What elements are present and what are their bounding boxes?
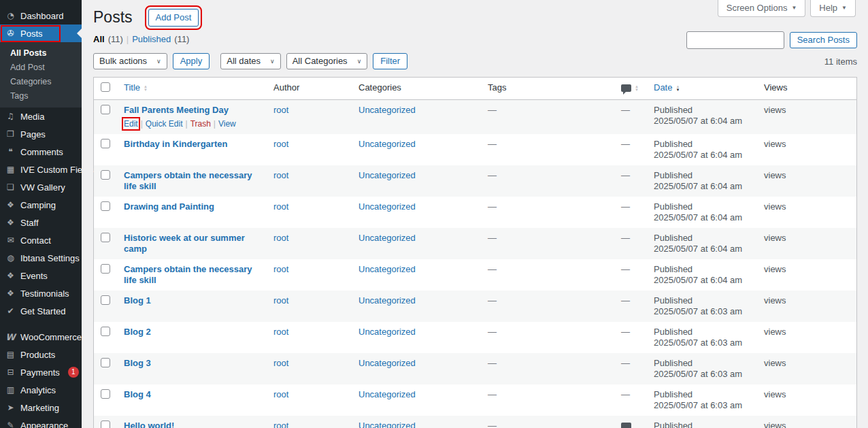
sidebar-item-contact[interactable]: ✉ Contact	[0, 231, 82, 249]
sidebar-item-camping[interactable]: ❖ Camping	[0, 196, 82, 214]
author-link[interactable]: root	[273, 264, 288, 274]
sidebar-item-analytics[interactable]: ▥ Analytics	[0, 381, 82, 399]
author-link[interactable]: root	[273, 358, 288, 368]
post-title-link[interactable]: Campers obtain the necessary life skill	[124, 170, 252, 191]
row-checkbox[interactable]	[101, 327, 110, 336]
category-link[interactable]: Uncategorized	[358, 295, 416, 306]
category-link[interactable]: Uncategorized	[358, 233, 416, 243]
edit-link[interactable]: Edit	[124, 119, 138, 129]
table-row: Blog 4 root Uncategorized — — Published2…	[94, 384, 857, 416]
category-link[interactable]: Uncategorized	[358, 201, 416, 212]
sort-by-title-link[interactable]: Title	[124, 82, 140, 93]
all-dates-select[interactable]: All dates ∨	[220, 53, 280, 69]
sidebar-item-appearance[interactable]: ✎ Appearance	[0, 416, 82, 428]
sidebar-item-add-post[interactable]: Add Post	[0, 61, 82, 75]
select-all-checkbox[interactable]	[101, 82, 110, 92]
search-posts-button[interactable]: Search Posts	[790, 32, 857, 48]
apply-button[interactable]: Apply	[173, 53, 210, 69]
sidebar-item-testimonials[interactable]: ❖ Testimonials	[0, 284, 82, 302]
post-title-link[interactable]: Blog 4	[124, 389, 151, 399]
post-title-link[interactable]: Drawing and Painting	[124, 201, 214, 212]
table-row: Drawing and Painting root Uncategorized …	[94, 197, 857, 228]
comments-count-link[interactable]	[621, 421, 631, 428]
filter-button[interactable]: Filter	[373, 53, 407, 69]
sidebar-item-staff[interactable]: ❖ Staff	[0, 214, 82, 231]
category-link[interactable]: Uncategorized	[358, 264, 416, 274]
post-title-link[interactable]: Birthday in Kindergarten	[124, 139, 227, 149]
table-row: Fall Parents Meeting Day Edit|Quick Edit…	[94, 100, 857, 135]
author-link[interactable]: root	[273, 421, 288, 428]
author-link[interactable]: root	[273, 295, 288, 306]
post-title-link[interactable]: Fall Parents Meeting Day	[124, 105, 229, 115]
category-link[interactable]: Uncategorized	[358, 389, 416, 399]
sidebar-item-posts[interactable]: ✇ Posts	[0, 24, 82, 42]
screen-options-button[interactable]: Screen Options ▼	[718, 0, 806, 17]
sidebar-item-tags[interactable]: Tags	[0, 89, 82, 103]
table-row: Blog 3 root Uncategorized — — Published2…	[94, 353, 857, 384]
row-checkbox[interactable]	[101, 105, 110, 114]
author-link[interactable]: root	[273, 233, 288, 243]
help-button[interactable]: Help ▼	[810, 0, 856, 17]
comments-cell: —	[614, 228, 647, 259]
sidebar-label: Media	[20, 112, 44, 122]
view-link[interactable]: View	[218, 119, 236, 129]
category-link[interactable]: Uncategorized	[358, 170, 416, 180]
sidebar-item-comments[interactable]: ❝ Comments	[0, 143, 82, 161]
category-link[interactable]: Uncategorized	[358, 421, 416, 428]
sidebar-item-pages[interactable]: ❐ Pages	[0, 125, 82, 143]
row-checkbox[interactable]	[101, 170, 110, 180]
row-checkbox[interactable]	[101, 201, 110, 211]
row-checkbox[interactable]	[101, 233, 110, 242]
sidebar-item-woocommerce[interactable]: W WooCommerce	[0, 328, 82, 346]
sidebar-item-ive-custom-fields[interactable]: ▦ IVE Custom Fields	[0, 161, 82, 178]
row-checkbox[interactable]	[101, 139, 110, 148]
sidebar-item-ibtana-settings[interactable]: ◍ Ibtana Settings	[0, 249, 82, 267]
author-link[interactable]: root	[273, 389, 288, 399]
author-link[interactable]: root	[273, 139, 288, 149]
post-title-link[interactable]: Blog 3	[124, 358, 151, 368]
post-title-link[interactable]: Historic week at our summer camp	[124, 233, 245, 254]
all-categories-select[interactable]: All Categories ∨	[286, 53, 368, 69]
sidebar-item-dashboard[interactable]: ◔ Dashboard	[0, 7, 82, 24]
row-checkbox[interactable]	[101, 389, 110, 399]
category-link[interactable]: Uncategorized	[358, 139, 416, 149]
category-link[interactable]: Uncategorized	[358, 327, 416, 337]
row-checkbox[interactable]	[101, 358, 110, 367]
sort-by-comments-link[interactable]	[621, 82, 631, 93]
sidebar-item-all-posts[interactable]: All Posts	[0, 46, 82, 61]
row-checkbox[interactable]	[101, 295, 110, 305]
items-count: 11 items	[824, 56, 857, 67]
category-link[interactable]: Uncategorized	[358, 358, 416, 368]
post-title-link[interactable]: Blog 2	[124, 327, 151, 337]
sidebar-item-vw-gallery[interactable]: ❏ VW Gallery	[0, 178, 82, 196]
sidebar-item-products[interactable]: ▤ Products	[0, 346, 82, 363]
post-title-link[interactable]: Campers obtain the necessary life skill	[124, 264, 252, 285]
sort-by-date-link[interactable]: Date	[654, 82, 672, 93]
search-input[interactable]	[686, 31, 784, 49]
author-link[interactable]: root	[273, 170, 288, 180]
category-link[interactable]: Uncategorized	[358, 105, 416, 115]
row-checkbox[interactable]	[101, 264, 110, 274]
trash-link[interactable]: Trash	[190, 119, 211, 129]
row-checkbox[interactable]	[101, 421, 110, 428]
author-link[interactable]: root	[273, 201, 288, 212]
sidebar-item-get-started[interactable]: ✔ Get Started	[0, 302, 82, 320]
post-title-link[interactable]: Blog 1	[124, 295, 151, 306]
bulk-actions-select[interactable]: Bulk actions ∨	[93, 53, 167, 69]
sidebar-item-payments[interactable]: ⊟ Payments 1	[0, 363, 82, 381]
author-link[interactable]: root	[273, 105, 288, 115]
sidebar-item-events[interactable]: ❖ Events	[0, 267, 82, 284]
sidebar-item-marketing[interactable]: ➤ Marketing	[0, 399, 82, 416]
views-cell: views	[757, 228, 857, 259]
quick-edit-link[interactable]: Quick Edit	[146, 119, 183, 129]
views-cell: views	[757, 384, 857, 416]
sidebar-item-media[interactable]: ♫ Media	[0, 108, 82, 125]
add-post-button[interactable]: Add Post	[148, 9, 199, 27]
view-published-link[interactable]: Published	[132, 34, 171, 44]
view-all-link[interactable]: All	[93, 34, 105, 44]
post-title-link[interactable]: Hello world!	[124, 421, 174, 428]
pushpin-icon: ✇	[5, 29, 16, 38]
author-link[interactable]: root	[273, 327, 288, 337]
sidebar-item-categories[interactable]: Categories	[0, 75, 82, 89]
sidebar-label: IVE Custom Fields	[20, 165, 94, 175]
